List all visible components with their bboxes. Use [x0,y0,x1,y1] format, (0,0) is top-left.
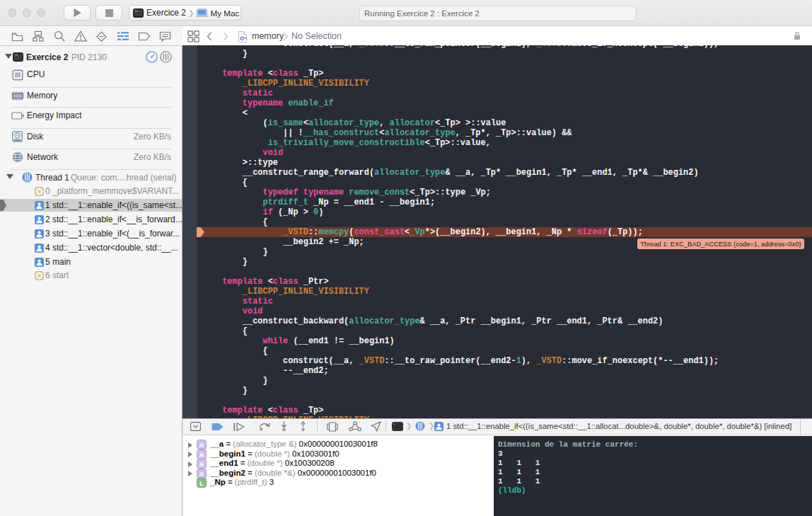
svg-text:A: A [199,450,204,458]
svg-text:A: A [199,441,204,449]
svg-text:A: A [199,460,204,468]
svg-text:L: L [199,479,204,487]
svg-text:A: A [199,469,204,477]
svg-text:++: ++ [243,36,247,40]
